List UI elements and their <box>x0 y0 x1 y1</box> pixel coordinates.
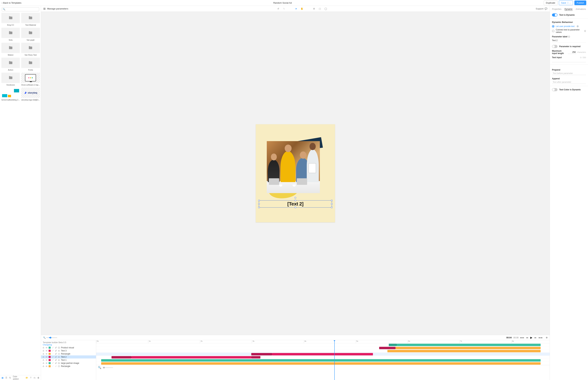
timeline-zoom-slider[interactable] <box>103 367 113 368</box>
zoom-magnifier-icon[interactable]: 🔍 <box>43 337 46 339</box>
timeline-bar[interactable] <box>251 353 272 355</box>
fx-icon[interactable] <box>52 362 54 364</box>
publish-button[interactable]: Publish <box>574 0 586 5</box>
layer-color-swatch[interactable] <box>49 347 51 349</box>
visibility-icon[interactable] <box>45 356 48 358</box>
undo-icon[interactable]: ↺ <box>277 7 279 10</box>
playhead[interactable] <box>334 340 335 380</box>
selection-handle[interactable] <box>258 203 260 205</box>
selection-handle[interactable] <box>295 197 296 198</box>
timeline-bar[interactable] <box>111 356 131 359</box>
asset-item[interactable]: Van Roey Test <box>21 43 40 56</box>
param-required-toggle[interactable] <box>552 45 558 48</box>
tab-animations[interactable]: Animations <box>576 8 586 10</box>
asset-search-input[interactable] <box>2 7 39 11</box>
trash-icon[interactable]: 🗑 <box>37 377 40 379</box>
hand-tool-icon[interactable]: ✋ <box>301 7 303 10</box>
canvas-artboard[interactable]: [Text 2] <box>256 124 335 222</box>
visibility-icon[interactable] <box>45 359 48 361</box>
layer-color-swatch[interactable] <box>49 356 51 358</box>
visibility-icon[interactable] <box>45 347 48 349</box>
asset-item[interactable]: King CC <box>1 13 20 26</box>
play-icon[interactable]: ▶ <box>530 336 532 339</box>
next-frame-icon[interactable]: ⏭ <box>534 337 536 339</box>
ellipse-tool-icon[interactable]: ◯ <box>324 7 327 10</box>
asset-item[interactable]: Sola <box>1 28 20 41</box>
attachment-icon[interactable] <box>55 353 57 355</box>
duplicate-button[interactable]: Duplicate <box>544 0 558 5</box>
asset-item[interactable]: Onze-software-2-lap... <box>21 73 40 86</box>
manage-parameters-link[interactable]: Manage parameters <box>47 7 68 10</box>
prev-frame-icon[interactable]: ⏮ <box>526 337 528 339</box>
lock-icon[interactable] <box>42 347 44 349</box>
rewind-icon[interactable]: ⏮⏮ <box>520 337 524 339</box>
support-link[interactable]: Support 💬 <box>536 7 547 10</box>
timeline-bar[interactable] <box>397 344 541 346</box>
fx-icon[interactable] <box>52 356 54 358</box>
rect-tool-icon[interactable]: ▢ <box>318 7 321 10</box>
timeline-bar[interactable] <box>101 359 541 361</box>
timeline-bar[interactable] <box>389 344 397 346</box>
text-color-dynamic-toggle[interactable] <box>552 88 558 91</box>
list-view-icon[interactable]: ☰ <box>5 377 7 379</box>
asset-item[interactable]: Schermafbeelding 2... <box>1 88 20 101</box>
selection-handle[interactable] <box>331 207 333 208</box>
timeline-bar[interactable] <box>396 347 541 349</box>
lock-icon[interactable] <box>42 359 44 361</box>
fx-icon[interactable] <box>52 359 54 361</box>
layer-row[interactable]: Rectangle <box>41 352 96 355</box>
lock-icon[interactable] <box>42 362 44 364</box>
save-button[interactable]: Save ⌄ <box>559 0 573 5</box>
timeline-zoom-icon[interactable]: 🔍 <box>98 366 101 369</box>
text-2-layer[interactable]: [Text 2] <box>259 200 332 208</box>
layer-row[interactable]: Rectangle <box>41 365 96 368</box>
timeline-bar[interactable] <box>379 347 396 349</box>
help-icon[interactable]: ? <box>577 25 579 27</box>
grid-view-icon[interactable]: ▦ <box>1 377 3 379</box>
changelog-link[interactable]: Changelog <box>43 344 94 346</box>
fx-icon[interactable] <box>52 353 54 355</box>
asset-item[interactable]: Matexi <box>1 43 20 56</box>
track-row[interactable] <box>96 350 550 353</box>
lock-icon[interactable] <box>42 365 44 367</box>
text-tool-icon[interactable]: A <box>313 7 315 10</box>
visibility-icon[interactable] <box>45 353 48 355</box>
fx-icon[interactable] <box>52 365 54 367</box>
selection-handle[interactable] <box>295 207 296 208</box>
attachment-icon[interactable] <box>55 359 57 361</box>
layer-color-swatch[interactable] <box>49 362 51 364</box>
hamburger-icon[interactable] <box>43 8 45 10</box>
sort-icon[interactable]: ⇅ <box>9 377 11 379</box>
track-row[interactable] <box>96 362 550 365</box>
track-row[interactable] <box>96 356 550 359</box>
asset-item[interactable]: Fonts <box>21 58 40 71</box>
selection-handle[interactable] <box>331 200 333 201</box>
track-row[interactable] <box>96 359 550 362</box>
max-length-input[interactable] <box>568 51 576 54</box>
layer-row[interactable]: Product visual <box>41 346 96 349</box>
prepend-input[interactable] <box>552 72 586 75</box>
option-user-provide-text[interactable]: Let user provide text ? <box>552 25 586 28</box>
canvas-zoom-slider[interactable] <box>49 337 57 338</box>
layer-row[interactable]: large-partner-image <box>41 361 96 365</box>
attachment-icon[interactable] <box>55 365 57 367</box>
playback-settings-icon[interactable]: ⚙ <box>546 337 548 339</box>
visibility-icon[interactable] <box>45 362 48 364</box>
pointer-tool-icon[interactable]: ➤ <box>295 7 297 10</box>
timeline-bar[interactable] <box>272 353 373 355</box>
lock-icon[interactable] <box>42 356 44 358</box>
layer-color-swatch[interactable] <box>49 350 51 352</box>
save-caret-icon[interactable]: ⌄ <box>568 2 571 4</box>
attachment-icon[interactable] <box>55 356 57 358</box>
tab-properties[interactable]: Properties <box>552 8 562 10</box>
layer-color-swatch[interactable] <box>49 353 51 355</box>
timeline-bar[interactable] <box>251 356 260 359</box>
attachment-icon[interactable] <box>55 350 57 352</box>
track-row[interactable] <box>96 343 550 346</box>
asset-item[interactable]: Action <box>1 58 20 71</box>
timeline-bar[interactable] <box>101 362 541 365</box>
text-is-dynamic-toggle[interactable] <box>552 13 558 17</box>
append-input[interactable] <box>552 80 586 84</box>
asset-item[interactable]: Van gogh <box>21 28 40 41</box>
track-row[interactable] <box>96 353 550 356</box>
